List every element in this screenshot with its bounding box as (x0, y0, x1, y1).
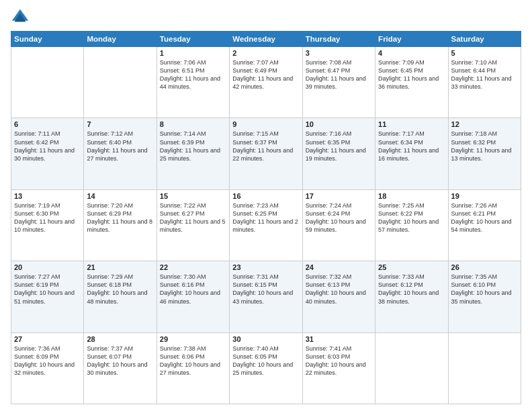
day-cell: 23Sunrise: 7:31 AMSunset: 6:15 PMDayligh… (230, 261, 302, 332)
day-cell: 13Sunrise: 7:19 AMSunset: 6:30 PMDayligh… (11, 189, 84, 261)
day-cell: 24Sunrise: 7:32 AMSunset: 6:13 PMDayligh… (302, 261, 375, 332)
day-info: Sunrise: 7:23 AMSunset: 6:25 PMDaylight:… (232, 201, 299, 234)
week-row-1: 1Sunrise: 7:06 AMSunset: 6:51 PMDaylight… (11, 47, 521, 118)
day-number: 10 (306, 120, 372, 128)
weekday-header-sunday: Sunday (11, 32, 84, 47)
day-number: 4 (378, 49, 445, 57)
day-info: Sunrise: 7:20 AMSunset: 6:29 PMDaylight:… (87, 201, 153, 234)
day-info: Sunrise: 7:14 AMSunset: 6:39 PMDaylight:… (160, 130, 226, 163)
day-number: 2 (232, 49, 299, 57)
day-info: Sunrise: 7:15 AMSunset: 6:37 PMDaylight:… (232, 130, 299, 163)
day-cell: 25Sunrise: 7:33 AMSunset: 6:12 PMDayligh… (375, 261, 448, 332)
day-number: 20 (14, 263, 81, 271)
logo-icon (11, 8, 30, 27)
weekday-header-row: SundayMondayTuesdayWednesdayThursdayFrid… (11, 32, 521, 47)
day-cell: 30Sunrise: 7:40 AMSunset: 6:05 PMDayligh… (230, 332, 302, 404)
day-info: Sunrise: 7:33 AMSunset: 6:12 PMDaylight:… (378, 273, 445, 306)
day-number: 27 (14, 335, 81, 343)
day-cell: 18Sunrise: 7:25 AMSunset: 6:22 PMDayligh… (375, 189, 448, 261)
day-number: 14 (87, 192, 153, 200)
day-cell (11, 47, 84, 118)
day-number: 19 (451, 192, 518, 200)
day-info: Sunrise: 7:12 AMSunset: 6:40 PMDaylight:… (87, 130, 153, 163)
day-cell: 14Sunrise: 7:20 AMSunset: 6:29 PMDayligh… (84, 189, 157, 261)
day-number: 8 (160, 120, 226, 128)
week-row-5: 27Sunrise: 7:36 AMSunset: 6:09 PMDayligh… (11, 332, 521, 404)
day-info: Sunrise: 7:09 AMSunset: 6:45 PMDaylight:… (378, 58, 445, 91)
day-number: 28 (87, 335, 153, 343)
day-number: 26 (451, 263, 518, 271)
day-info: Sunrise: 7:27 AMSunset: 6:19 PMDaylight:… (14, 273, 81, 306)
logo (11, 8, 32, 27)
day-info: Sunrise: 7:06 AMSunset: 6:51 PMDaylight:… (160, 58, 226, 91)
day-number: 7 (87, 120, 153, 128)
weekday-header-monday: Monday (84, 32, 157, 47)
day-info: Sunrise: 7:08 AMSunset: 6:47 PMDaylight:… (306, 58, 372, 91)
day-cell: 22Sunrise: 7:30 AMSunset: 6:16 PMDayligh… (157, 261, 229, 332)
day-info: Sunrise: 7:31 AMSunset: 6:15 PMDaylight:… (232, 273, 299, 306)
day-cell: 21Sunrise: 7:29 AMSunset: 6:18 PMDayligh… (84, 261, 157, 332)
day-number: 25 (378, 263, 445, 271)
day-cell: 1Sunrise: 7:06 AMSunset: 6:51 PMDaylight… (157, 47, 229, 118)
calendar: SundayMondayTuesdayWednesdayThursdayFrid… (11, 31, 521, 404)
day-number: 12 (451, 120, 518, 128)
day-info: Sunrise: 7:18 AMSunset: 6:32 PMDaylight:… (451, 130, 518, 163)
day-cell: 28Sunrise: 7:37 AMSunset: 6:07 PMDayligh… (84, 332, 157, 404)
day-info: Sunrise: 7:17 AMSunset: 6:34 PMDaylight:… (378, 130, 445, 163)
day-number: 9 (232, 120, 299, 128)
day-info: Sunrise: 7:22 AMSunset: 6:27 PMDaylight:… (160, 201, 226, 234)
day-info: Sunrise: 7:19 AMSunset: 6:30 PMDaylight:… (14, 201, 81, 234)
day-cell: 3Sunrise: 7:08 AMSunset: 6:47 PMDaylight… (302, 47, 375, 118)
day-info: Sunrise: 7:35 AMSunset: 6:10 PMDaylight:… (451, 273, 518, 306)
day-cell: 4Sunrise: 7:09 AMSunset: 6:45 PMDaylight… (375, 47, 448, 118)
day-info: Sunrise: 7:16 AMSunset: 6:35 PMDaylight:… (306, 130, 372, 163)
day-cell: 8Sunrise: 7:14 AMSunset: 6:39 PMDaylight… (157, 118, 229, 189)
day-cell: 16Sunrise: 7:23 AMSunset: 6:25 PMDayligh… (230, 189, 302, 261)
day-cell: 7Sunrise: 7:12 AMSunset: 6:40 PMDaylight… (84, 118, 157, 189)
weekday-header-tuesday: Tuesday (157, 32, 229, 47)
day-cell: 9Sunrise: 7:15 AMSunset: 6:37 PMDaylight… (230, 118, 302, 189)
day-number: 11 (378, 120, 445, 128)
day-number: 30 (232, 335, 299, 343)
day-cell: 26Sunrise: 7:35 AMSunset: 6:10 PMDayligh… (448, 261, 521, 332)
day-info: Sunrise: 7:41 AMSunset: 6:03 PMDaylight:… (306, 345, 372, 377)
day-info: Sunrise: 7:30 AMSunset: 6:16 PMDaylight:… (160, 273, 226, 306)
day-info: Sunrise: 7:24 AMSunset: 6:24 PMDaylight:… (306, 201, 372, 234)
day-number: 15 (160, 192, 226, 200)
day-number: 5 (451, 49, 518, 57)
weekday-header-thursday: Thursday (302, 32, 375, 47)
day-info: Sunrise: 7:29 AMSunset: 6:18 PMDaylight:… (87, 273, 153, 306)
week-row-2: 6Sunrise: 7:11 AMSunset: 6:42 PMDaylight… (11, 118, 521, 189)
day-cell: 15Sunrise: 7:22 AMSunset: 6:27 PMDayligh… (157, 189, 229, 261)
day-number: 31 (306, 335, 372, 343)
day-info: Sunrise: 7:40 AMSunset: 6:05 PMDaylight:… (232, 345, 299, 377)
day-info: Sunrise: 7:37 AMSunset: 6:07 PMDaylight:… (87, 345, 153, 377)
day-cell: 19Sunrise: 7:26 AMSunset: 6:21 PMDayligh… (448, 189, 521, 261)
day-cell: 27Sunrise: 7:36 AMSunset: 6:09 PMDayligh… (11, 332, 84, 404)
header (11, 8, 521, 27)
day-info: Sunrise: 7:38 AMSunset: 6:06 PMDaylight:… (160, 345, 226, 377)
day-info: Sunrise: 7:36 AMSunset: 6:09 PMDaylight:… (14, 345, 81, 377)
weekday-header-friday: Friday (375, 32, 448, 47)
week-row-3: 13Sunrise: 7:19 AMSunset: 6:30 PMDayligh… (11, 189, 521, 261)
day-cell (84, 47, 157, 118)
day-info: Sunrise: 7:32 AMSunset: 6:13 PMDaylight:… (306, 273, 372, 306)
day-cell: 2Sunrise: 7:07 AMSunset: 6:49 PMDaylight… (230, 47, 302, 118)
day-cell: 20Sunrise: 7:27 AMSunset: 6:19 PMDayligh… (11, 261, 84, 332)
weekday-header-saturday: Saturday (448, 32, 521, 47)
day-info: Sunrise: 7:10 AMSunset: 6:44 PMDaylight:… (451, 58, 518, 91)
day-info: Sunrise: 7:11 AMSunset: 6:42 PMDaylight:… (14, 130, 81, 163)
day-number: 6 (14, 120, 81, 128)
day-cell: 12Sunrise: 7:18 AMSunset: 6:32 PMDayligh… (448, 118, 521, 189)
day-cell: 10Sunrise: 7:16 AMSunset: 6:35 PMDayligh… (302, 118, 375, 189)
day-number: 24 (306, 263, 372, 271)
page: SundayMondayTuesdayWednesdayThursdayFrid… (0, 0, 532, 411)
day-number: 23 (232, 263, 299, 271)
day-number: 3 (306, 49, 372, 57)
day-info: Sunrise: 7:25 AMSunset: 6:22 PMDaylight:… (378, 201, 445, 234)
day-cell: 29Sunrise: 7:38 AMSunset: 6:06 PMDayligh… (157, 332, 229, 404)
day-cell (375, 332, 448, 404)
day-cell (448, 332, 521, 404)
day-number: 29 (160, 335, 226, 343)
day-number: 1 (160, 49, 226, 57)
